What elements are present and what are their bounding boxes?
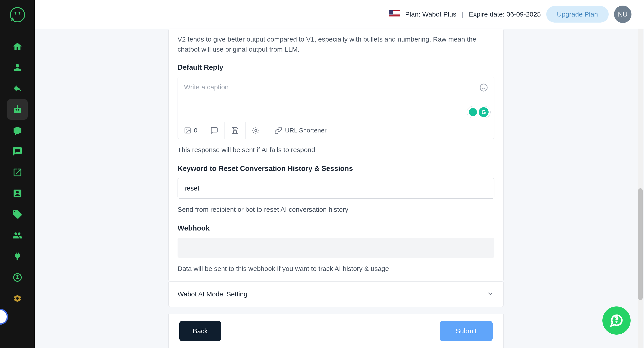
attachment-count: 0 — [194, 127, 198, 134]
header-divider: | — [462, 10, 464, 18]
svg-rect-6 — [17, 106, 18, 108]
svg-point-13 — [186, 129, 187, 130]
default-reply-help: This response will be sent if AI fails t… — [178, 146, 494, 154]
plan-label: Plan: Wabot Plus — [405, 10, 456, 18]
nav-reply[interactable] — [7, 78, 28, 99]
keyword-reset-input[interactable] — [178, 178, 494, 198]
toolbar-ai[interactable] — [246, 122, 266, 139]
accordion-title: Wabot AI Model Setting — [178, 290, 247, 298]
url-shortener-label: URL Shortener — [285, 127, 327, 134]
editor-toolbar: 0 URL Shortener — [178, 122, 494, 139]
emoji-picker-button[interactable] — [480, 83, 488, 93]
upgrade-plan-button[interactable]: Upgrade Plan — [546, 6, 609, 22]
default-reply-label: Default Reply — [178, 63, 494, 71]
svg-point-4 — [16, 109, 17, 111]
svg-point-9 — [480, 84, 487, 91]
grammarly-badge[interactable]: G — [467, 106, 490, 118]
nav-settings[interactable] — [7, 288, 28, 309]
nav-team[interactable] — [7, 225, 28, 246]
webhook-label: Webhook — [178, 224, 494, 232]
svg-point-5 — [18, 109, 19, 111]
svg-point-16 — [616, 322, 617, 322]
svg-point-1 — [15, 13, 16, 14]
svg-point-14 — [255, 129, 257, 131]
ai-model-accordion[interactable]: Wabot AI Model Setting — [168, 282, 504, 307]
grammarly-status-icon — [469, 108, 477, 116]
nav-export[interactable] — [7, 162, 28, 183]
settings-card: V2 tends to give better output compared … — [168, 29, 504, 282]
nav-support[interactable] — [7, 267, 28, 288]
keyword-reset-help: Send from recipient or bot to reset AI c… — [178, 206, 494, 213]
toolbar-save[interactable] — [225, 122, 246, 139]
toolbar-template[interactable] — [204, 122, 225, 139]
nav-plugin[interactable] — [7, 246, 28, 267]
expire-label: Expire date: 06-09-2025 — [469, 10, 541, 18]
webhook-help: Data will be sent to this webhook if you… — [178, 265, 494, 273]
v2-hint-text: V2 tends to give better output compared … — [178, 29, 494, 54]
nav-chat[interactable] — [7, 141, 28, 162]
svg-point-2 — [19, 13, 20, 14]
svg-point-8 — [16, 275, 18, 277]
main-content: V2 tends to give better output compared … — [35, 29, 637, 348]
back-button[interactable]: Back — [179, 321, 221, 341]
chevron-down-icon — [486, 290, 494, 299]
user-avatar[interactable]: NU — [614, 5, 632, 23]
default-reply-editor: Write a caption G 0 — [178, 77, 494, 139]
toolbar-attachment-count[interactable]: 0 — [178, 122, 204, 139]
scrollbar-thumb[interactable] — [638, 188, 643, 300]
top-header: Plan: Wabot Plus | Expire date: 06-09-20… — [35, 0, 644, 29]
nav-campaign[interactable] — [7, 120, 28, 141]
webhook-input[interactable] — [178, 238, 494, 258]
flag-icon[interactable] — [389, 10, 400, 18]
app-logo — [9, 7, 26, 23]
sidebar — [0, 0, 35, 348]
nav-bot[interactable] — [7, 99, 28, 120]
toolbar-url-shortener[interactable]: URL Shortener — [266, 122, 335, 139]
svg-rect-3 — [14, 108, 21, 113]
editor-placeholder: Write a caption — [184, 83, 229, 91]
nav-tags[interactable] — [7, 204, 28, 225]
nav-user[interactable] — [7, 57, 28, 78]
keyword-reset-label: Keyword to Reset Conversation History & … — [178, 165, 494, 173]
help-chat-fab[interactable] — [602, 307, 630, 335]
form-footer: Back Submit — [168, 314, 504, 348]
submit-button[interactable]: Submit — [440, 321, 492, 341]
scrollbar-track — [638, 29, 643, 348]
svg-point-7 — [17, 105, 18, 106]
grammarly-logo-icon: G — [479, 107, 488, 117]
nav-contacts[interactable] — [7, 183, 28, 204]
default-reply-textarea[interactable]: Write a caption G — [178, 77, 494, 122]
nav-home[interactable] — [7, 36, 28, 57]
